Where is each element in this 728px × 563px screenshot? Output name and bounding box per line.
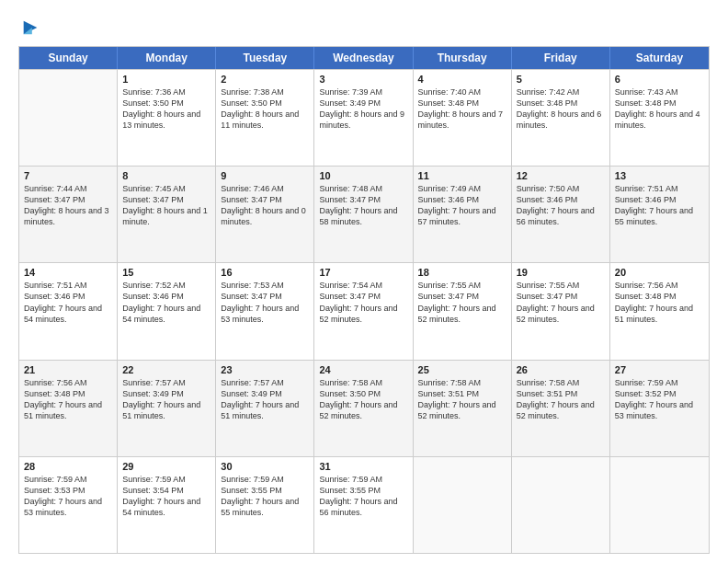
- day-number: 22: [122, 364, 210, 375]
- cell-info: Sunrise: 7:56 AM Sunset: 3:48 PM Dayligh…: [24, 377, 112, 422]
- cell-info: Sunrise: 7:59 AM Sunset: 3:55 PM Dayligh…: [319, 474, 407, 519]
- cell-info: Sunrise: 7:59 AM Sunset: 3:52 PM Dayligh…: [615, 377, 704, 422]
- cell-info: Sunrise: 7:58 AM Sunset: 3:51 PM Dayligh…: [418, 377, 506, 422]
- calendar-cell: [414, 457, 512, 553]
- cell-info: Sunrise: 7:54 AM Sunset: 3:47 PM Dayligh…: [319, 280, 407, 325]
- cell-info: Sunrise: 7:55 AM Sunset: 3:47 PM Dayligh…: [517, 280, 605, 325]
- cell-info: Sunrise: 7:58 AM Sunset: 3:50 PM Dayligh…: [319, 377, 407, 422]
- day-number: 3: [319, 74, 407, 85]
- day-number: 20: [615, 267, 704, 278]
- calendar-row-3: 21Sunrise: 7:56 AM Sunset: 3:48 PM Dayli…: [19, 360, 709, 456]
- day-number: 29: [122, 461, 210, 472]
- day-number: 2: [221, 74, 309, 85]
- day-number: 15: [122, 267, 210, 278]
- cell-info: Sunrise: 7:42 AM Sunset: 3:48 PM Dayligh…: [517, 86, 605, 132]
- cell-info: Sunrise: 7:59 AM Sunset: 3:54 PM Dayligh…: [122, 474, 210, 519]
- day-number: 17: [319, 267, 407, 278]
- day-number: 13: [615, 170, 704, 181]
- calendar-cell: 30Sunrise: 7:59 AM Sunset: 3:55 PM Dayli…: [216, 457, 314, 553]
- cell-info: Sunrise: 7:57 AM Sunset: 3:49 PM Dayligh…: [221, 377, 309, 422]
- calendar-cell: 22Sunrise: 7:57 AM Sunset: 3:49 PM Dayli…: [118, 361, 216, 456]
- day-number: 18: [418, 267, 506, 278]
- calendar-cell: 29Sunrise: 7:59 AM Sunset: 3:54 PM Dayli…: [118, 457, 216, 553]
- day-number: 10: [319, 170, 407, 181]
- cell-info: Sunrise: 7:57 AM Sunset: 3:49 PM Dayligh…: [122, 377, 210, 422]
- header-day-friday: Friday: [512, 47, 610, 69]
- calendar-cell: 21Sunrise: 7:56 AM Sunset: 3:48 PM Dayli…: [19, 361, 118, 456]
- cell-info: Sunrise: 7:53 AM Sunset: 3:47 PM Dayligh…: [221, 280, 309, 325]
- header-day-monday: Monday: [118, 47, 216, 69]
- cell-info: Sunrise: 7:48 AM Sunset: 3:47 PM Dayligh…: [319, 183, 407, 228]
- day-number: 8: [122, 170, 210, 181]
- cell-info: Sunrise: 7:36 AM Sunset: 3:50 PM Dayligh…: [122, 86, 210, 132]
- cell-info: Sunrise: 7:59 AM Sunset: 3:55 PM Dayligh…: [221, 474, 309, 519]
- day-number: 9: [221, 170, 309, 181]
- cell-info: Sunrise: 7:51 AM Sunset: 3:46 PM Dayligh…: [615, 183, 704, 228]
- cell-info: Sunrise: 7:51 AM Sunset: 3:46 PM Dayligh…: [24, 280, 112, 325]
- calendar-cell: [19, 70, 118, 166]
- day-number: 11: [418, 170, 506, 181]
- calendar-cell: 27Sunrise: 7:59 AM Sunset: 3:52 PM Dayli…: [610, 361, 709, 456]
- header: [18, 17, 710, 39]
- day-number: 1: [122, 74, 210, 85]
- calendar-row-0: 1Sunrise: 7:36 AM Sunset: 3:50 PM Daylig…: [19, 69, 709, 166]
- day-number: 24: [319, 364, 407, 375]
- day-number: 26: [517, 364, 605, 375]
- calendar-cell: 7Sunrise: 7:44 AM Sunset: 3:47 PM Daylig…: [19, 167, 118, 262]
- day-number: 14: [24, 267, 112, 278]
- cell-info: Sunrise: 7:49 AM Sunset: 3:46 PM Dayligh…: [418, 183, 506, 228]
- calendar-cell: 16Sunrise: 7:53 AM Sunset: 3:47 PM Dayli…: [216, 263, 314, 359]
- cell-info: Sunrise: 7:40 AM Sunset: 3:48 PM Dayligh…: [418, 86, 506, 132]
- day-number: 25: [418, 364, 506, 375]
- calendar-cell: 28Sunrise: 7:59 AM Sunset: 3:53 PM Dayli…: [19, 457, 118, 553]
- calendar-cell: 11Sunrise: 7:49 AM Sunset: 3:46 PM Dayli…: [414, 167, 512, 262]
- calendar-body: 1Sunrise: 7:36 AM Sunset: 3:50 PM Daylig…: [19, 69, 709, 553]
- calendar-cell: 13Sunrise: 7:51 AM Sunset: 3:46 PM Dayli…: [610, 167, 709, 262]
- day-number: 4: [418, 74, 506, 85]
- day-number: 23: [221, 364, 309, 375]
- calendar-row-1: 7Sunrise: 7:44 AM Sunset: 3:47 PM Daylig…: [19, 166, 709, 262]
- calendar-cell: 18Sunrise: 7:55 AM Sunset: 3:47 PM Dayli…: [414, 263, 512, 359]
- day-number: 16: [221, 267, 309, 278]
- day-number: 28: [24, 461, 112, 472]
- logo-icon: [20, 17, 40, 38]
- cell-info: Sunrise: 7:45 AM Sunset: 3:47 PM Dayligh…: [122, 183, 210, 228]
- day-number: 12: [517, 170, 605, 181]
- calendar-row-4: 28Sunrise: 7:59 AM Sunset: 3:53 PM Dayli…: [19, 456, 709, 553]
- calendar-cell: 14Sunrise: 7:51 AM Sunset: 3:46 PM Dayli…: [19, 263, 118, 359]
- cell-info: Sunrise: 7:50 AM Sunset: 3:46 PM Dayligh…: [517, 183, 605, 228]
- header-day-saturday: Saturday: [610, 47, 709, 69]
- calendar-cell: 1Sunrise: 7:36 AM Sunset: 3:50 PM Daylig…: [118, 70, 216, 166]
- calendar-cell: 8Sunrise: 7:45 AM Sunset: 3:47 PM Daylig…: [118, 167, 216, 262]
- day-number: 27: [615, 364, 704, 375]
- header-day-tuesday: Tuesday: [216, 47, 314, 69]
- cell-info: Sunrise: 7:55 AM Sunset: 3:47 PM Dayligh…: [418, 280, 506, 325]
- calendar-cell: [512, 457, 610, 553]
- day-number: 7: [24, 170, 112, 181]
- cell-info: Sunrise: 7:56 AM Sunset: 3:48 PM Dayligh…: [615, 280, 704, 325]
- calendar-cell: 20Sunrise: 7:56 AM Sunset: 3:48 PM Dayli…: [610, 263, 709, 359]
- calendar-cell: 26Sunrise: 7:58 AM Sunset: 3:51 PM Dayli…: [512, 361, 610, 456]
- day-number: 31: [319, 461, 407, 472]
- calendar-cell: 23Sunrise: 7:57 AM Sunset: 3:49 PM Dayli…: [216, 361, 314, 456]
- cell-info: Sunrise: 7:46 AM Sunset: 3:47 PM Dayligh…: [221, 183, 309, 228]
- cell-info: Sunrise: 7:58 AM Sunset: 3:51 PM Dayligh…: [517, 377, 605, 422]
- calendar-cell: 2Sunrise: 7:38 AM Sunset: 3:50 PM Daylig…: [216, 70, 314, 166]
- day-number: 21: [24, 364, 112, 375]
- calendar-row-2: 14Sunrise: 7:51 AM Sunset: 3:46 PM Dayli…: [19, 262, 709, 359]
- day-number: 19: [517, 267, 605, 278]
- day-number: 6: [615, 74, 704, 85]
- calendar-cell: 17Sunrise: 7:54 AM Sunset: 3:47 PM Dayli…: [314, 263, 413, 359]
- calendar-cell: 19Sunrise: 7:55 AM Sunset: 3:47 PM Dayli…: [512, 263, 610, 359]
- day-number: 30: [221, 461, 309, 472]
- cell-info: Sunrise: 7:39 AM Sunset: 3:49 PM Dayligh…: [319, 86, 407, 132]
- day-number: 5: [517, 74, 605, 85]
- cell-info: Sunrise: 7:59 AM Sunset: 3:53 PM Dayligh…: [24, 474, 112, 519]
- calendar-header: SundayMondayTuesdayWednesdayThursdayFrid…: [19, 47, 709, 69]
- cell-info: Sunrise: 7:43 AM Sunset: 3:48 PM Dayligh…: [615, 86, 704, 132]
- calendar-cell: 4Sunrise: 7:40 AM Sunset: 3:48 PM Daylig…: [414, 70, 512, 166]
- header-day-sunday: Sunday: [19, 47, 118, 69]
- calendar-cell: 24Sunrise: 7:58 AM Sunset: 3:50 PM Dayli…: [314, 361, 413, 456]
- calendar-cell: 10Sunrise: 7:48 AM Sunset: 3:47 PM Dayli…: [314, 167, 413, 262]
- calendar-cell: 6Sunrise: 7:43 AM Sunset: 3:48 PM Daylig…: [610, 70, 709, 166]
